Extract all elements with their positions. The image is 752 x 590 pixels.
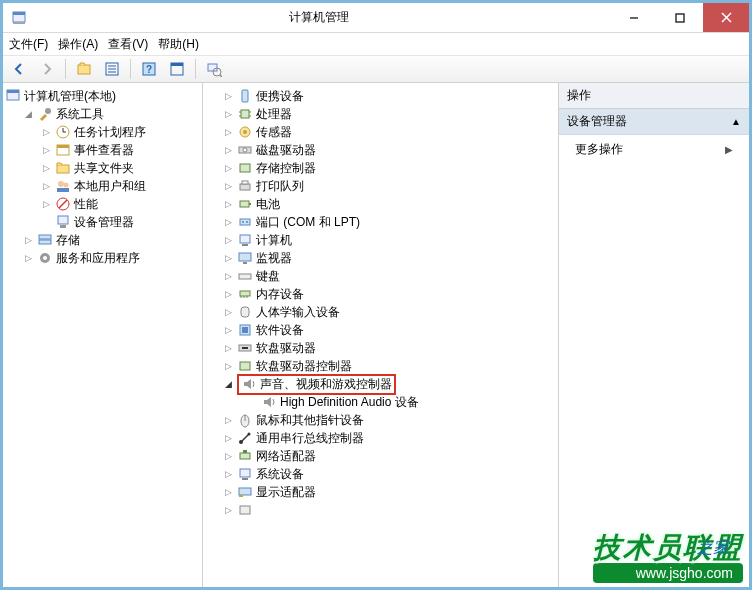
device-print-queue[interactable]: ▷打印队列 (221, 177, 552, 195)
computer-management-icon (5, 88, 21, 104)
actions-header: 操作 (559, 83, 749, 109)
expand-icon[interactable]: ▷ (223, 217, 234, 228)
device-display[interactable]: ▷显示适配器 (221, 483, 552, 501)
view-list-button[interactable] (100, 57, 124, 81)
expand-icon[interactable]: ▷ (23, 235, 34, 246)
expand-icon[interactable]: ▷ (223, 163, 234, 174)
tree-task-scheduler[interactable]: ▷任务计划程序 (39, 123, 202, 141)
tree-services[interactable]: ▷服务和应用程序 (21, 249, 202, 267)
toolbar: ? (3, 55, 749, 83)
expand-icon[interactable]: ▷ (223, 127, 234, 138)
title-bar: 计算机管理 (3, 3, 749, 33)
device-mouse[interactable]: ▷鼠标和其他指针设备 (221, 411, 552, 429)
tree-local-users[interactable]: ▷本地用户和组 (39, 177, 202, 195)
show-hide-button[interactable] (165, 57, 189, 81)
device-monitor[interactable]: ▷监视器 (221, 249, 552, 267)
memory-icon (237, 286, 253, 302)
svg-rect-77 (240, 453, 250, 459)
window-title: 计算机管理 (27, 9, 611, 26)
expand-icon[interactable]: ▷ (223, 199, 234, 210)
tree-system-tools[interactable]: ◢ 系统工具 (21, 105, 202, 123)
device-system[interactable]: ▷系统设备 (221, 465, 552, 483)
device-memory[interactable]: ▷内存设备 (221, 285, 552, 303)
svg-rect-36 (39, 240, 51, 244)
svg-rect-59 (239, 253, 251, 261)
tree-event-viewer[interactable]: ▷事件查看器 (39, 141, 202, 159)
expand-icon[interactable]: ▷ (223, 361, 234, 372)
maximize-button[interactable] (657, 3, 703, 32)
device-software[interactable]: ▷软件设备 (221, 321, 552, 339)
svg-rect-26 (57, 145, 69, 148)
device-hd-audio[interactable]: High Definition Audio 设备 (245, 393, 552, 411)
expand-icon[interactable]: ▷ (223, 325, 234, 336)
content-area: 计算机管理(本地) ◢ 系统工具 ▷任务计划程序 ▷事件查看器 (3, 83, 749, 587)
expand-icon[interactable]: ▷ (223, 145, 234, 156)
expand-icon[interactable]: ▷ (223, 109, 234, 120)
device-usb[interactable]: ▷通用串行总线控制器 (221, 429, 552, 447)
expand-icon[interactable]: ▷ (223, 91, 234, 102)
device-network[interactable]: ▷网络适配器 (221, 447, 552, 465)
nav-back-button[interactable] (7, 57, 31, 81)
tree-root-computer-management[interactable]: 计算机管理(本地) (3, 87, 202, 105)
expand-icon[interactable]: ▷ (223, 451, 234, 462)
svg-rect-51 (242, 181, 248, 184)
menu-action[interactable]: 操作(A) (58, 36, 98, 53)
menu-file[interactable]: 文件(F) (9, 36, 48, 53)
expand-icon[interactable]: ▷ (223, 307, 234, 318)
device-storage-controller[interactable]: ▷存储控制器 (221, 159, 552, 177)
svg-point-28 (58, 181, 64, 187)
tree-performance[interactable]: ▷性能 (39, 195, 202, 213)
expand-icon[interactable]: ▷ (223, 343, 234, 354)
svg-rect-20 (7, 90, 19, 93)
menu-help[interactable]: 帮助(H) (158, 36, 199, 53)
expand-icon[interactable]: ▷ (223, 289, 234, 300)
device-cpu[interactable]: ▷处理器 (221, 105, 552, 123)
close-button[interactable] (703, 3, 749, 32)
actions-category[interactable]: 设备管理器 ▲ (559, 109, 749, 135)
expand-icon[interactable]: ▷ (223, 505, 234, 516)
device-cutoff[interactable]: ▷ (221, 501, 552, 519)
minimize-button[interactable] (611, 3, 657, 32)
expand-icon[interactable]: ▷ (41, 163, 52, 174)
expand-icon[interactable]: ▷ (23, 253, 34, 264)
up-button[interactable] (72, 57, 96, 81)
expand-icon[interactable]: ▷ (223, 415, 234, 426)
help-button[interactable]: ? (137, 57, 161, 81)
users-icon (55, 178, 71, 194)
tree-storage[interactable]: ▷存储 (21, 231, 202, 249)
collapse-icon[interactable]: ◢ (223, 379, 234, 390)
collapse-icon[interactable]: ◢ (23, 109, 34, 120)
device-floppy[interactable]: ▷软盘驱动器 (221, 339, 552, 357)
device-battery[interactable]: ▷电池 (221, 195, 552, 213)
device-disk[interactable]: ▷磁盘驱动器 (221, 141, 552, 159)
nav-forward-button[interactable] (35, 57, 59, 81)
svg-rect-62 (240, 291, 250, 296)
device-computer[interactable]: ▷计算机 (221, 231, 552, 249)
device-keyboard[interactable]: ▷键盘 (221, 267, 552, 285)
port-icon (237, 214, 253, 230)
expand-icon[interactable]: ▷ (41, 181, 52, 192)
expand-icon[interactable]: ▷ (223, 469, 234, 480)
expand-icon[interactable]: ▷ (223, 487, 234, 498)
expand-icon[interactable]: ▷ (41, 127, 52, 138)
expand-icon[interactable]: ▷ (223, 181, 234, 192)
more-actions-link[interactable]: 更多操作 ▶ (559, 135, 749, 164)
refresh-button[interactable] (202, 57, 226, 81)
expand-icon[interactable]: ▷ (223, 235, 234, 246)
device-sound-video-game[interactable]: ◢ 声音、视频和游戏控制器 (221, 375, 552, 393)
menu-view[interactable]: 查看(V) (108, 36, 148, 53)
expand-icon[interactable]: ▷ (223, 433, 234, 444)
highlighted-category: 声音、视频和游戏控制器 (237, 374, 396, 395)
device-sensor[interactable]: ▷传感器 (221, 123, 552, 141)
device-portable[interactable]: ▷便携设备 (221, 87, 552, 105)
tree-shared-folders[interactable]: ▷共享文件夹 (39, 159, 202, 177)
tree-device-manager[interactable]: 设备管理器 (39, 213, 202, 231)
device-floppy-controller[interactable]: ▷软盘驱动器控制器 (221, 357, 552, 375)
device-ports[interactable]: ▷端口 (COM 和 LPT) (221, 213, 552, 231)
svg-point-55 (242, 221, 244, 223)
expand-icon[interactable]: ▷ (41, 199, 52, 210)
device-hid[interactable]: ▷人体学输入设备 (221, 303, 552, 321)
expand-icon[interactable]: ▷ (41, 145, 52, 156)
expand-icon[interactable]: ▷ (223, 253, 234, 264)
expand-icon[interactable]: ▷ (223, 271, 234, 282)
